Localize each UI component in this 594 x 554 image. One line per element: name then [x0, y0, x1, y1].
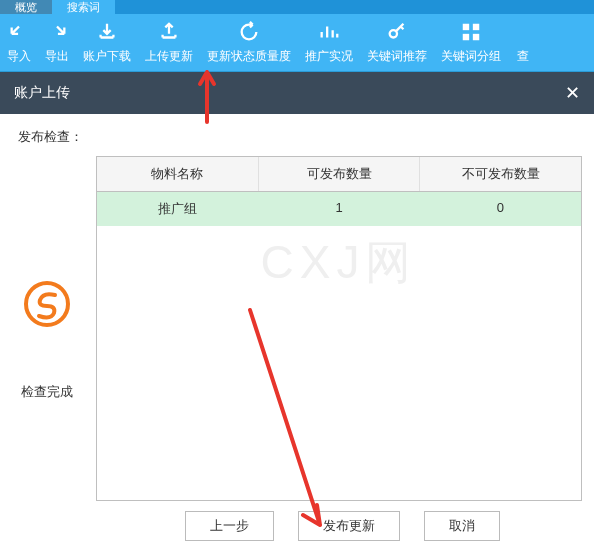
upload-label: 上传更新 [145, 48, 193, 65]
import-button[interactable]: 导入 [0, 20, 38, 65]
col-unpublishable: 不可发布数量 [420, 157, 581, 191]
group-button[interactable]: 关键词分组 [434, 20, 508, 65]
export-icon [45, 20, 69, 44]
download-icon [95, 20, 119, 44]
close-icon[interactable]: ✕ [565, 82, 580, 104]
import-icon [7, 20, 31, 44]
cancel-button[interactable]: 取消 [424, 511, 500, 541]
tab-search-terms[interactable]: 搜索词 [52, 0, 115, 14]
svg-point-0 [390, 30, 397, 37]
modal-content: 发布检查： 检查完成 CXJ网 物料名称 可发布数量 不可发布数量 推广组 1 … [0, 114, 594, 549]
download-label: 账户下载 [83, 48, 131, 65]
group-label: 关键词分组 [441, 48, 501, 65]
toolbar: 导入 导出 账户下载 上传更新 更新状态质量度 推广实况 关键词推荐 [0, 14, 594, 72]
upload-icon [157, 20, 181, 44]
watermark: CXJ网 [261, 232, 418, 294]
download-button[interactable]: 账户下载 [76, 20, 138, 65]
check-label: 发布检查： [0, 114, 594, 156]
stats-icon [317, 20, 341, 44]
grid-icon [459, 20, 483, 44]
refresh-button[interactable]: 更新状态质量度 [200, 20, 298, 65]
keyword-label: 关键词推荐 [367, 48, 427, 65]
publish-button[interactable]: 发布更新 [298, 511, 400, 541]
tab-overview[interactable]: 概览 [0, 0, 52, 14]
more-icon [511, 20, 535, 44]
upload-button[interactable]: 上传更新 [138, 20, 200, 65]
more-button[interactable]: 查 [508, 20, 538, 65]
export-button[interactable]: 导出 [38, 20, 76, 65]
cell-name: 推广组 [97, 192, 258, 226]
status-button[interactable]: 推广实况 [298, 20, 360, 65]
keyword-button[interactable]: 关键词推荐 [360, 20, 434, 65]
refresh-icon [237, 20, 261, 44]
col-publishable: 可发布数量 [259, 157, 421, 191]
cell-unpublishable: 0 [420, 192, 581, 226]
more-label: 查 [517, 48, 529, 65]
svg-rect-4 [473, 34, 479, 40]
svg-rect-2 [473, 24, 479, 30]
col-material-name: 物料名称 [97, 157, 259, 191]
svg-rect-1 [463, 24, 469, 30]
import-label: 导入 [7, 48, 31, 65]
sogou-logo-icon [23, 280, 71, 328]
refresh-label: 更新状态质量度 [207, 48, 291, 65]
export-label: 导出 [45, 48, 69, 65]
result-table: CXJ网 物料名称 可发布数量 不可发布数量 推广组 1 0 [96, 156, 582, 501]
cell-publishable: 1 [258, 192, 419, 226]
key-icon [385, 20, 409, 44]
table-row: 推广组 1 0 [97, 192, 581, 226]
prev-button[interactable]: 上一步 [185, 511, 274, 541]
status-label: 推广实况 [305, 48, 353, 65]
svg-rect-3 [463, 34, 469, 40]
modal-title: 账户上传 [14, 84, 70, 102]
status-text: 检查完成 [21, 383, 73, 401]
modal-header: 账户上传 ✕ [0, 72, 594, 114]
